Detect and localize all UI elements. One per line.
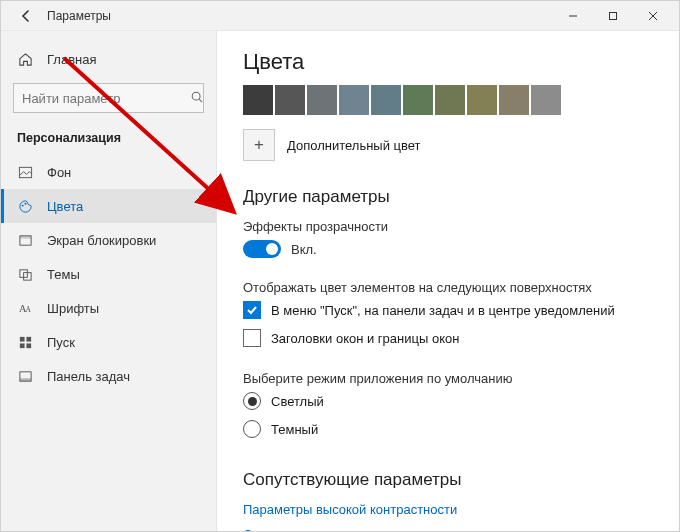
color-swatch[interactable] xyxy=(467,85,497,115)
radio-icon xyxy=(243,392,261,410)
svg-rect-16 xyxy=(26,343,31,348)
nav-label: Цвета xyxy=(47,199,83,214)
taskbar-icon xyxy=(17,368,33,384)
color-swatch[interactable] xyxy=(339,85,369,115)
svg-point-2 xyxy=(192,92,200,100)
home-icon xyxy=(17,51,33,67)
color-swatch[interactable] xyxy=(403,85,433,115)
color-swatch[interactable] xyxy=(531,85,561,115)
svg-rect-13 xyxy=(19,336,24,341)
surfaces-label: Отображать цвет элементов на следующих п… xyxy=(243,280,653,295)
nav-label: Экран блокировки xyxy=(47,233,156,248)
nav-label: Пуск xyxy=(47,335,75,350)
nav-label: Панель задач xyxy=(47,369,130,384)
link-sync-settings[interactable]: Синхронизация ваших параметров xyxy=(243,527,653,531)
svg-rect-14 xyxy=(26,336,31,341)
color-swatch[interactable] xyxy=(243,85,273,115)
search-input[interactable] xyxy=(22,91,190,106)
palette-icon xyxy=(17,198,33,214)
nav-label: Шрифты xyxy=(47,301,99,316)
section-related: Сопутствующие параметры xyxy=(243,470,653,490)
checkbox-start-taskbar[interactable]: В меню "Пуск", на панели задач и в центр… xyxy=(243,301,653,319)
app-mode-label: Выберите режим приложения по умолчанию xyxy=(243,371,653,386)
maximize-button[interactable] xyxy=(593,2,633,30)
home-label: Главная xyxy=(47,52,96,67)
lockscreen-icon xyxy=(17,232,33,248)
sidebar-item-taskbar[interactable]: Панель задач xyxy=(1,359,216,393)
nav-label: Темы xyxy=(47,267,80,282)
themes-icon xyxy=(17,266,33,282)
transparency-label: Эффекты прозрачности xyxy=(243,219,653,234)
link-high-contrast[interactable]: Параметры высокой контрастности xyxy=(243,502,653,517)
svg-rect-8 xyxy=(19,235,30,238)
add-color-label: Дополнительный цвет xyxy=(287,138,421,153)
window-title: Параметры xyxy=(47,9,111,23)
color-swatch[interactable] xyxy=(307,85,337,115)
radio-dark[interactable]: Темный xyxy=(243,420,653,438)
picture-icon xyxy=(17,164,33,180)
color-swatches xyxy=(243,85,653,115)
sidebar-item-start[interactable]: Пуск xyxy=(1,325,216,359)
sidebar-group-label: Персонализация xyxy=(1,125,216,155)
svg-point-6 xyxy=(24,202,26,204)
checkbox-icon xyxy=(243,301,261,319)
page-title: Цвета xyxy=(243,49,653,75)
checkbox-icon xyxy=(243,329,261,347)
radio-light[interactable]: Светлый xyxy=(243,392,653,410)
fonts-icon: AA xyxy=(17,300,33,316)
close-button[interactable] xyxy=(633,2,673,30)
titlebar: Параметры xyxy=(1,1,679,31)
svg-rect-15 xyxy=(19,343,24,348)
color-swatch[interactable] xyxy=(435,85,465,115)
svg-point-5 xyxy=(21,204,23,206)
checkbox-titlebars[interactable]: Заголовки окон и границы окон xyxy=(243,329,653,347)
svg-line-3 xyxy=(199,99,202,102)
radio-label: Светлый xyxy=(271,394,324,409)
sidebar-item-lockscreen[interactable]: Экран блокировки xyxy=(1,223,216,257)
add-color-button[interactable]: + xyxy=(243,129,275,161)
svg-rect-18 xyxy=(19,378,30,381)
toggle-state-label: Вкл. xyxy=(291,242,317,257)
radio-label: Темный xyxy=(271,422,318,437)
section-other-params: Другие параметры xyxy=(243,187,653,207)
transparency-toggle[interactable] xyxy=(243,240,281,258)
minimize-button[interactable] xyxy=(553,2,593,30)
nav-label: Фон xyxy=(47,165,71,180)
start-icon xyxy=(17,334,33,350)
window-controls xyxy=(553,2,673,30)
back-button[interactable] xyxy=(15,5,37,27)
sidebar-item-background[interactable]: Фон xyxy=(1,155,216,189)
search-icon xyxy=(190,90,204,107)
checkbox-label: Заголовки окон и границы окон xyxy=(271,331,459,346)
radio-icon xyxy=(243,420,261,438)
color-swatch[interactable] xyxy=(275,85,305,115)
sidebar: Главная Персонализация Фон Цвета Экран б… xyxy=(1,31,217,531)
color-swatch[interactable] xyxy=(499,85,529,115)
home-link[interactable]: Главная xyxy=(1,41,216,77)
svg-rect-1 xyxy=(610,12,617,19)
sidebar-item-themes[interactable]: Темы xyxy=(1,257,216,291)
svg-text:A: A xyxy=(25,305,31,314)
sidebar-item-colors[interactable]: Цвета xyxy=(1,189,216,223)
sidebar-item-fonts[interactable]: AA Шрифты xyxy=(1,291,216,325)
content-area: Цвета + Дополнительный цвет Другие парам… xyxy=(217,31,679,531)
color-swatch[interactable] xyxy=(371,85,401,115)
checkbox-label: В меню "Пуск", на панели задач и в центр… xyxy=(271,303,615,318)
search-box[interactable] xyxy=(13,83,204,113)
